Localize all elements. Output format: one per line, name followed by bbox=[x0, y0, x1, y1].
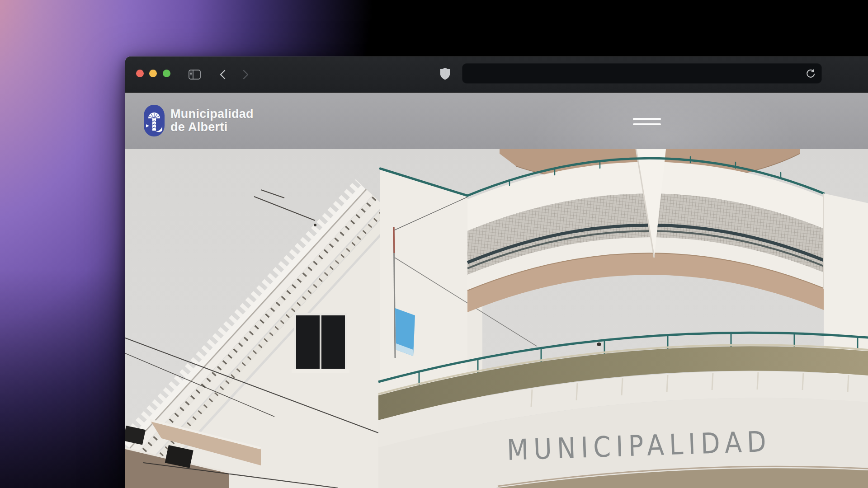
address-bar[interactable] bbox=[462, 63, 822, 84]
municipal-crest-icon bbox=[144, 105, 165, 136]
close-button[interactable] bbox=[136, 70, 144, 77]
zoom-button[interactable] bbox=[163, 70, 170, 77]
site-header: Municipalidad de Alberti bbox=[125, 93, 868, 149]
reload-icon[interactable] bbox=[805, 68, 816, 79]
browser-toolbar bbox=[125, 56, 868, 93]
site-title-line1: Municipalidad bbox=[170, 108, 254, 121]
building-window bbox=[292, 314, 349, 373]
site-logo[interactable]: Municipalidad de Alberti bbox=[144, 105, 254, 136]
browser-window: Municipalidad de Alberti bbox=[125, 56, 868, 488]
shield-icon[interactable] bbox=[440, 67, 450, 80]
back-icon[interactable] bbox=[218, 69, 227, 80]
desktop: Municipalidad de Alberti bbox=[0, 0, 868, 488]
site-title: Municipalidad de Alberti bbox=[170, 108, 254, 134]
hamburger-menu-icon[interactable] bbox=[633, 118, 661, 128]
forward-icon[interactable] bbox=[241, 69, 250, 80]
address-input[interactable] bbox=[462, 64, 821, 83]
minimize-button[interactable] bbox=[149, 70, 157, 77]
hero-photo-municipal-building: MUNICIPALIDAD bbox=[125, 149, 868, 488]
site-title-line2: de Alberti bbox=[170, 121, 254, 134]
sidebar-toggle-icon[interactable] bbox=[189, 69, 201, 80]
